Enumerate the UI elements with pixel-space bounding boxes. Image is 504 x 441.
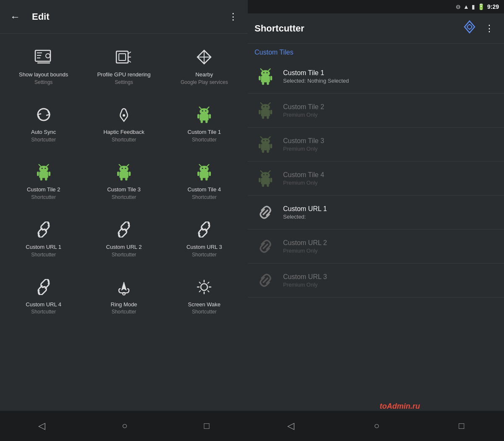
svg-point-19 [205, 110, 207, 112]
grid-item-icon-custom-tile-3 [113, 161, 135, 183]
section-label: Custom Tiles [248, 44, 504, 60]
svg-point-47 [200, 166, 209, 172]
grid-row-0: Show layout bounds Settings Profile GPU … [0, 37, 248, 94]
grid-item-label-custom-tile-1: Custom Tile 1 [188, 129, 221, 136]
list-item-icon-cu1 [255, 201, 276, 223]
grid-item-label-custom-tile-4: Custom Tile 4 [188, 186, 221, 193]
svg-rect-50 [200, 172, 209, 178]
shortcutter-settings-icon[interactable] [463, 20, 476, 37]
svg-rect-80 [262, 82, 264, 85]
svg-rect-22 [209, 114, 211, 119]
grid-item-custom-tile-2[interactable]: Custom Tile 2 Shortcutter [8, 157, 79, 204]
grid-item-auto-sync[interactable]: Auto Sync Shortcutter [8, 99, 79, 147]
nav-home-button[interactable]: ○ [112, 415, 137, 436]
grid-item-sublabel-custom-tile-4: Shortcutter [192, 194, 217, 200]
grid-item-label-custom-tile-2: Custom Tile 2 [27, 186, 60, 193]
svg-rect-23 [201, 120, 203, 123]
svg-rect-88 [259, 110, 261, 115]
grid-item-sublabel-ring-mode: Shortcutter [112, 309, 136, 315]
grid-item-custom-url-3[interactable]: Custom URL 3 Shortcutter [168, 214, 240, 262]
left-title: Edit [32, 11, 217, 22]
grid-item-custom-tile-4[interactable]: Custom Tile 4 Shortcutter [168, 157, 240, 204]
right-title: Shortcutter [255, 23, 458, 34]
list-item-ct3[interactable]: Custom Tile 3 Premium Only [248, 128, 504, 162]
right-nav-recent-button[interactable]: □ [449, 415, 474, 436]
list-item-subtitle-ct3: Premium Only [283, 146, 497, 152]
svg-point-18 [202, 110, 203, 112]
grid-item-custom-tile-3[interactable]: Custom Tile 3 Shortcutter [88, 157, 160, 204]
grid-row-1: Auto Sync Shortcutter Haptic Feedback Sh… [0, 94, 248, 152]
more-menu-button[interactable]: ⋮ [225, 8, 241, 26]
list-item-ct1[interactable]: Custom Tile 1 Selected: Nothing Selected [248, 60, 504, 94]
svg-rect-78 [259, 76, 261, 81]
right-more-button[interactable]: ⋮ [481, 20, 497, 37]
list-item-subtitle-cu1: Selected: [283, 214, 497, 220]
list-item-icon-cu2 [255, 235, 276, 257]
svg-rect-111 [267, 184, 269, 187]
grid-item-label-custom-url-1: Custom URL 1 [26, 244, 61, 251]
svg-line-114 [263, 278, 268, 282]
grid-row-4: Custom URL 4 Shortcutter Ring Mode Short… [0, 267, 248, 324]
nav-back-button[interactable]: ◁ [28, 415, 55, 436]
list-item-title-ct3: Custom Tile 3 [283, 137, 497, 145]
grid-item-show-layout[interactable]: Show layout bounds Settings [8, 42, 79, 89]
grid-item-icon-nearby [193, 46, 215, 68]
grid-item-haptic[interactable]: Haptic Feedback Shortcutter [88, 99, 160, 147]
svg-rect-43 [121, 177, 123, 180]
svg-marker-66 [465, 21, 475, 33]
grid-item-sublabel-auto-sync: Shortcutter [31, 137, 56, 143]
list-item-title-cu1: Custom URL 1 [283, 205, 497, 213]
grid-item-profile-gpu[interactable]: Profile GPU rendering Settings [88, 42, 160, 89]
grid-item-custom-url-1[interactable]: Custom URL 1 Shortcutter [8, 214, 79, 262]
svg-point-76 [266, 72, 268, 73]
svg-point-48 [202, 167, 203, 169]
grid-item-sublabel-custom-url-3: Shortcutter [192, 252, 217, 258]
list-item-title-cu3: Custom URL 3 [283, 273, 497, 281]
grid-item-custom-tile-1[interactable]: Custom Tile 1 Shortcutter [168, 99, 240, 147]
grid-item-label-custom-url-4: Custom URL 4 [26, 301, 61, 308]
grid-item-sublabel-profile-gpu: Settings [115, 79, 133, 85]
list-item-text-cu2: Custom URL 2 Premium Only [283, 239, 497, 254]
svg-point-39 [125, 167, 126, 169]
grid-item-icon-custom-tile-2 [33, 161, 55, 183]
grid-item-custom-url-2[interactable]: Custom URL 2 Shortcutter [88, 214, 160, 262]
back-button[interactable]: ← [7, 8, 24, 26]
list-item-icon-ct2 [255, 99, 276, 121]
grid-item-icon-screen-wake [193, 276, 215, 298]
grid-item-icon-custom-tile-4 [193, 161, 215, 183]
right-nav-back-button[interactable]: ◁ [277, 415, 304, 436]
grid-item-ring-mode[interactable]: Ring Mode Shortcutter [88, 272, 160, 319]
grid-item-icon-custom-url-3 [193, 219, 215, 240]
svg-point-94 [261, 138, 270, 144]
grid-item-icon-custom-url-4 [33, 276, 55, 298]
svg-rect-98 [259, 144, 261, 149]
right-nav-home-button[interactable]: ○ [364, 415, 389, 436]
list-item-cu1[interactable]: Custom URL 1 Selected: [248, 196, 504, 230]
list-item-text-ct3: Custom Tile 3 Premium Only [283, 137, 497, 152]
svg-rect-32 [48, 172, 50, 176]
grid-item-screen-wake[interactable]: Screen Wake Shortcutter [168, 272, 240, 319]
grid-item-sublabel-custom-url-1: Shortcutter [31, 252, 56, 258]
list-item-text-ct4: Custom Tile 4 Premium Only [283, 171, 497, 186]
grid-row-3: Custom URL 1 Shortcutter Custom URL 2 Sh… [0, 209, 248, 267]
svg-point-37 [119, 166, 128, 172]
nav-recent-button[interactable]: □ [194, 415, 220, 436]
watermark: toAdmin.ru [380, 402, 420, 411]
svg-rect-87 [261, 110, 270, 116]
list-item-cu3[interactable]: Custom URL 3 Premium Only [248, 264, 504, 297]
grid-item-nearby[interactable]: Nearby Google Play services [168, 42, 240, 89]
list-item-ct2[interactable]: Custom Tile 2 Premium Only [248, 94, 504, 128]
svg-point-104 [261, 172, 270, 178]
svg-rect-109 [270, 178, 272, 183]
list-item-ct4[interactable]: Custom Tile 4 Premium Only [248, 162, 504, 196]
list-item-icon-ct1 [255, 65, 276, 87]
grid-item-icon-haptic [113, 104, 135, 125]
svg-rect-91 [267, 116, 269, 119]
grid-item-custom-url-4[interactable]: Custom URL 4 Shortcutter [8, 272, 79, 319]
svg-point-75 [263, 72, 265, 73]
svg-rect-31 [37, 172, 39, 176]
grid-item-sublabel-custom-tile-3: Shortcutter [112, 194, 136, 200]
grid-item-sublabel-custom-url-2: Shortcutter [112, 252, 136, 258]
svg-point-96 [266, 140, 268, 141]
list-item-cu2[interactable]: Custom URL 2 Premium Only [248, 230, 504, 264]
